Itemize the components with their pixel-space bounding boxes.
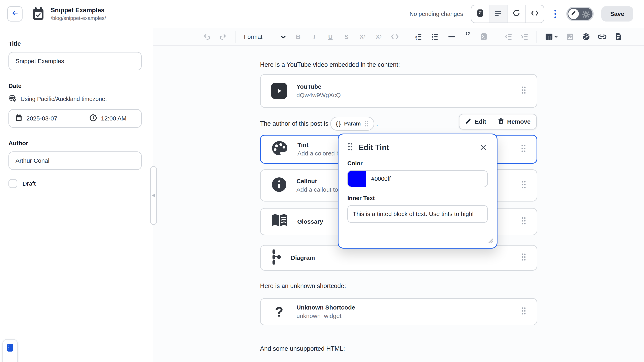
format-dropdown[interactable]: Format (241, 33, 289, 40)
close-icon (480, 144, 486, 150)
bold-button[interactable]: B (292, 31, 305, 43)
paragraph-text: . (376, 119, 378, 128)
ordered-list-button[interactable]: 1 2 3 (412, 31, 426, 43)
block-title: YouTube (296, 83, 341, 90)
page-heading: Snippet Examples /blog/snippet-examples/ (51, 7, 106, 21)
page-title: Snippet Examples (51, 7, 106, 14)
back-arrow-icon (11, 9, 19, 19)
paragraph[interactable]: And some unsupported HTML: (260, 344, 537, 354)
inner-text-input[interactable] (347, 205, 488, 223)
back-button[interactable] (7, 6, 22, 21)
underline-button[interactable]: U (324, 31, 337, 43)
color-swatch[interactable] (348, 171, 366, 187)
format-label: Format (244, 33, 262, 40)
author-field-label: Author (8, 140, 142, 147)
paragraph[interactable]: Here is a YouTube video embedded in the … (260, 60, 537, 70)
document-button[interactable] (612, 31, 625, 43)
globe-button[interactable] (579, 31, 593, 43)
drag-handle[interactable] (521, 181, 526, 190)
snippet-actions-toolbar: Edit Remove (459, 114, 537, 129)
italic-button[interactable]: I (308, 31, 321, 43)
editor-view-button[interactable] (471, 5, 490, 22)
resize-handle-icon[interactable] (488, 238, 493, 245)
block-value: unknown_widget (296, 313, 355, 319)
drag-handle[interactable] (364, 120, 369, 127)
refresh-icon (512, 9, 521, 19)
drag-handle[interactable] (521, 86, 526, 96)
page-path: /blog/snippet-examples/ (51, 15, 106, 21)
globe-pin-icon (8, 94, 17, 104)
diagram-snippet-block[interactable]: Diagram (260, 245, 537, 271)
title-input[interactable] (8, 52, 142, 70)
more-options-button[interactable] (552, 8, 559, 20)
block-title: Glossary (297, 218, 323, 225)
inner-text-field-label: Inner Text (347, 195, 488, 202)
save-button[interactable]: Save (601, 6, 633, 21)
date-field-label: Date (8, 82, 142, 89)
kebab-dot (554, 13, 556, 15)
sidebar-collapse-handle[interactable] (150, 166, 157, 225)
param-chip-label: Param (344, 119, 361, 128)
code-icon (530, 9, 539, 18)
block-value: dQw4w9WgXcQ (296, 92, 341, 98)
undo-button[interactable] (200, 31, 214, 43)
clock-icon (89, 114, 97, 123)
code-block-button[interactable] (477, 31, 491, 43)
content-view-button[interactable] (490, 5, 508, 22)
drag-handle[interactable] (521, 217, 526, 226)
redo-button[interactable] (216, 31, 230, 43)
superscript-button[interactable]: X2 (372, 31, 386, 43)
open-book-icon (271, 214, 288, 230)
pencil-icon (465, 118, 472, 126)
inline-code-button[interactable] (388, 31, 402, 43)
popover-title: Edit Tint (359, 143, 389, 152)
block-description: Add a colored blo (298, 150, 344, 157)
paragraph[interactable]: Here is an unknown shortcode: (260, 281, 537, 291)
close-button[interactable] (478, 143, 488, 152)
kebab-dot (554, 10, 556, 11)
link-button[interactable] (595, 31, 609, 43)
bottom-left-panel-button[interactable] (2, 339, 18, 362)
edit-settings-toggle[interactable] (566, 7, 594, 21)
editor-panel-icon (476, 9, 484, 19)
title-field-label: Title (8, 40, 142, 47)
pending-changes-status: No pending changes (410, 11, 463, 17)
refresh-view-button[interactable] (508, 5, 526, 22)
drag-handle[interactable] (521, 307, 526, 317)
outdent-button[interactable] (502, 31, 515, 43)
top-header: Snippet Examples /blog/snippet-examples/… (0, 0, 644, 28)
time-input[interactable]: 12:00 AM (83, 110, 141, 127)
strikethrough-button[interactable]: S (340, 31, 354, 43)
table-button[interactable] (542, 31, 561, 43)
unknown-shortcode-block[interactable]: ? Unknown Shortcode unknown_widget (260, 298, 537, 325)
text-lines-icon (494, 9, 502, 18)
remove-button[interactable]: Remove (492, 114, 536, 129)
flowchart-icon (271, 249, 282, 267)
chevron-down-icon (281, 33, 286, 40)
youtube-snippet-block[interactable]: YouTube dQw4w9WgXcQ (260, 74, 537, 108)
draft-row: Draft (8, 179, 142, 188)
subscript-button[interactable]: X2 (356, 31, 370, 43)
indent-button[interactable] (518, 31, 531, 43)
edit-button[interactable]: Edit (460, 114, 492, 129)
image-button[interactable] (563, 31, 577, 43)
draft-label: Draft (22, 180, 36, 187)
drag-handle[interactable] (347, 142, 353, 152)
color-field-label: Color (347, 160, 488, 167)
blockquote-button[interactable]: ” (461, 31, 474, 43)
date-input[interactable]: 2025-03-07 (9, 110, 83, 127)
drag-handle[interactable] (521, 253, 526, 263)
author-input[interactable] (8, 151, 142, 170)
calendar-check-icon (32, 7, 45, 21)
horizontal-rule-button[interactable] (445, 31, 458, 43)
drag-handle[interactable] (521, 144, 526, 154)
time-value: 12:00 AM (101, 115, 126, 122)
draft-checkbox[interactable] (8, 179, 17, 188)
timezone-note: Using Pacific/Auckland timezone. (20, 96, 107, 102)
color-value-input[interactable] (366, 176, 487, 182)
bullet-list-button[interactable] (429, 31, 442, 43)
block-title: Callout (296, 178, 343, 185)
code-view-button[interactable] (526, 5, 544, 22)
param-chip[interactable]: { } Param (330, 117, 374, 131)
paragraph-text: The author of this post is (260, 119, 328, 128)
